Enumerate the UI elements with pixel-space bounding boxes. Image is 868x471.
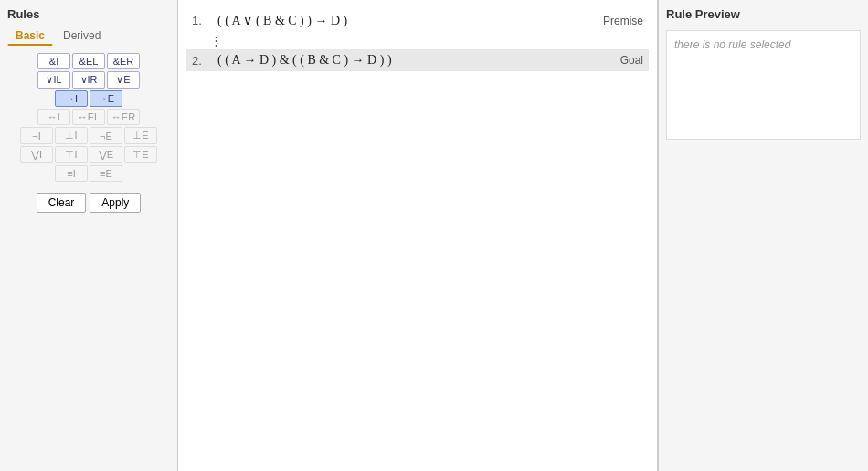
proof-dots: ⋮ <box>192 32 643 49</box>
rule-equiv-e[interactable]: ≡E <box>90 165 122 182</box>
rules-row-4: ↔I ↔EL ↔ER <box>7 109 170 125</box>
rule-implies-i[interactable]: →I <box>55 90 88 107</box>
rule-and-i[interactable]: &I <box>37 53 70 69</box>
tab-derived[interactable]: Derived <box>55 26 109 46</box>
rules-row-5: ¬I ⊥I ¬E ⊥E <box>7 127 170 144</box>
rule-vee-e[interactable]: ⋁E <box>90 146 122 163</box>
proof-line-1: 1. ( ( A ∨ ( B & C ) ) → D ) Premise <box>192 9 643 32</box>
line-formula-1: ( ( A ∨ ( B & C ) ) → D ) <box>217 13 579 28</box>
tab-basic[interactable]: Basic <box>7 26 53 46</box>
rules-row-6: ⋁I ⊤I ⋁E ⊤E <box>7 146 170 163</box>
line-number-2: 2. <box>192 54 210 68</box>
rule-or-e[interactable]: ∨E <box>107 71 140 89</box>
action-buttons: Clear Apply <box>7 193 170 213</box>
rules-grid: &I &EL &ER ∨IL ∨IR ∨E →I →E ↔I ↔EL ↔ER ¬… <box>7 53 170 182</box>
rules-row-1: &I &EL &ER <box>7 53 170 69</box>
rule-iff-er[interactable]: ↔ER <box>107 109 140 125</box>
rule-or-ir[interactable]: ∨IR <box>72 71 105 89</box>
apply-button[interactable]: Apply <box>90 193 141 213</box>
rules-row-3: →I →E <box>7 90 170 107</box>
rules-panel-title: Rules <box>7 7 170 21</box>
rule-and-el[interactable]: &EL <box>72 53 105 69</box>
rule-or-il[interactable]: ∨IL <box>37 71 70 89</box>
proof-panel: 1. ( ( A ∨ ( B & C ) ) → D ) Premise ⋮ 2… <box>178 0 658 471</box>
rules-row-2: ∨IL ∨IR ∨E <box>7 71 170 89</box>
rule-bot-e[interactable]: ⊥E <box>124 127 157 144</box>
rule-top-e[interactable]: ⊤E <box>124 146 157 163</box>
proof-line-2: 2. ( ( A → D ) & ( ( B & C ) → D ) ) Goa… <box>186 49 649 71</box>
rules-row-7: ≡I ≡E <box>7 165 170 182</box>
rule-iff-el[interactable]: ↔EL <box>72 109 105 125</box>
rule-and-er[interactable]: &ER <box>107 53 140 69</box>
preview-panel-title: Rule Preview <box>666 7 861 25</box>
no-rule-text: there is no rule selected <box>674 38 790 51</box>
rule-top-i[interactable]: ⊤I <box>55 146 88 163</box>
preview-content: there is no rule selected <box>666 30 861 140</box>
rule-neg-e[interactable]: ¬E <box>90 127 122 144</box>
line-formula-2: ( ( A → D ) & ( ( B & C ) → D ) ) <box>217 53 579 68</box>
rules-tabs: Basic Derived <box>7 26 170 46</box>
rule-vee-i[interactable]: ⋁I <box>20 146 53 163</box>
rule-equiv-i[interactable]: ≡I <box>55 165 88 182</box>
line-number-1: 1. <box>192 14 210 27</box>
rule-bot-i[interactable]: ⊥I <box>55 127 88 144</box>
rule-iff-i[interactable]: ↔I <box>37 109 70 125</box>
rules-panel: Rules Basic Derived &I &EL &ER ∨IL ∨IR ∨… <box>0 0 178 471</box>
clear-button[interactable]: Clear <box>37 193 87 213</box>
rule-implies-e[interactable]: →E <box>90 90 122 107</box>
line-label-1: Premise <box>579 15 643 27</box>
line-label-2: Goal <box>579 54 643 67</box>
rule-neg-i[interactable]: ¬I <box>20 127 53 144</box>
preview-panel: Rule Preview there is no rule selected <box>658 0 868 471</box>
